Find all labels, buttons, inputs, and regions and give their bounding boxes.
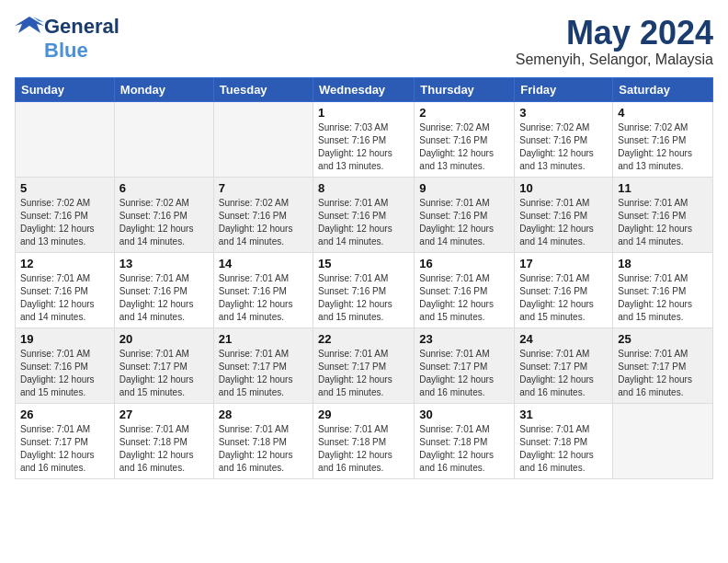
day-number: 8	[318, 181, 409, 195]
day-info: Sunrise: 7:01 AMSunset: 7:16 PMDaylight:…	[618, 197, 708, 248]
day-cell-3: 3Sunrise: 7:02 AMSunset: 7:16 PMDaylight…	[515, 101, 613, 177]
week-row-5: 26Sunrise: 7:01 AMSunset: 7:17 PMDayligh…	[16, 403, 713, 478]
day-cell-13: 13Sunrise: 7:01 AMSunset: 7:16 PMDayligh…	[114, 252, 213, 327]
day-info: Sunrise: 7:01 AMSunset: 7:16 PMDaylight:…	[618, 272, 708, 324]
day-info: Sunrise: 7:01 AMSunset: 7:18 PMDaylight:…	[519, 423, 608, 475]
day-info: Sunrise: 7:02 AMSunset: 7:16 PMDaylight:…	[618, 121, 708, 173]
page-header: General Blue May 2024 Semenyih, Selangor…	[15, 15, 713, 68]
day-info: Sunrise: 7:01 AMSunset: 7:17 PMDaylight:…	[318, 348, 409, 399]
day-info: Sunrise: 7:01 AMSunset: 7:17 PMDaylight:…	[219, 348, 308, 399]
calendar-table: SundayMondayTuesdayWednesdayThursdayFrid…	[15, 77, 713, 479]
empty-cell	[16, 101, 115, 177]
day-info: Sunrise: 7:01 AMSunset: 7:16 PMDaylight:…	[20, 348, 109, 399]
day-info: Sunrise: 7:01 AMSunset: 7:17 PMDaylight:…	[419, 348, 509, 399]
month-title: May 2024	[516, 15, 713, 52]
weekday-header-monday: Monday	[114, 77, 213, 101]
day-info: Sunrise: 7:01 AMSunset: 7:16 PMDaylight:…	[219, 272, 308, 324]
day-number: 9	[419, 181, 509, 195]
day-number: 23	[419, 332, 509, 346]
day-cell-25: 25Sunrise: 7:01 AMSunset: 7:17 PMDayligh…	[613, 327, 713, 403]
day-number: 17	[519, 257, 608, 270]
day-info: Sunrise: 7:01 AMSunset: 7:16 PMDaylight:…	[119, 272, 209, 324]
day-info: Sunrise: 7:01 AMSunset: 7:16 PMDaylight:…	[318, 272, 409, 324]
day-cell-7: 7Sunrise: 7:02 AMSunset: 7:16 PMDaylight…	[213, 177, 313, 252]
week-row-2: 5Sunrise: 7:02 AMSunset: 7:16 PMDaylight…	[16, 177, 713, 252]
weekday-header-wednesday: Wednesday	[313, 77, 415, 101]
day-number: 10	[519, 181, 608, 195]
day-cell-23: 23Sunrise: 7:01 AMSunset: 7:17 PMDayligh…	[415, 327, 515, 403]
day-cell-19: 19Sunrise: 7:01 AMSunset: 7:16 PMDayligh…	[16, 327, 115, 403]
day-number: 28	[219, 408, 308, 421]
empty-cell	[613, 403, 713, 478]
day-info: Sunrise: 7:02 AMSunset: 7:16 PMDaylight:…	[219, 197, 308, 248]
day-cell-22: 22Sunrise: 7:01 AMSunset: 7:17 PMDayligh…	[313, 327, 415, 403]
day-number: 2	[419, 106, 509, 120]
title-area: May 2024 Semenyih, Selangor, Malaysia	[516, 15, 713, 68]
svg-marker-0	[15, 17, 44, 33]
week-row-4: 19Sunrise: 7:01 AMSunset: 7:16 PMDayligh…	[16, 327, 713, 403]
day-number: 21	[219, 332, 308, 346]
day-number: 4	[618, 106, 708, 120]
day-info: Sunrise: 7:01 AMSunset: 7:16 PMDaylight:…	[519, 272, 608, 324]
logo-general: General	[44, 15, 119, 39]
day-cell-2: 2Sunrise: 7:02 AMSunset: 7:16 PMDaylight…	[415, 101, 515, 177]
day-info: Sunrise: 7:02 AMSunset: 7:16 PMDaylight:…	[419, 121, 509, 173]
day-cell-1: 1Sunrise: 7:03 AMSunset: 7:16 PMDaylight…	[313, 101, 415, 177]
day-info: Sunrise: 7:01 AMSunset: 7:16 PMDaylight:…	[20, 272, 109, 324]
day-cell-28: 28Sunrise: 7:01 AMSunset: 7:18 PMDayligh…	[213, 403, 313, 478]
day-info: Sunrise: 7:01 AMSunset: 7:18 PMDaylight:…	[219, 423, 308, 475]
day-info: Sunrise: 7:01 AMSunset: 7:16 PMDaylight:…	[519, 197, 608, 248]
empty-cell	[114, 101, 213, 177]
day-cell-31: 31Sunrise: 7:01 AMSunset: 7:18 PMDayligh…	[515, 403, 613, 478]
day-cell-11: 11Sunrise: 7:01 AMSunset: 7:16 PMDayligh…	[613, 177, 713, 252]
day-info: Sunrise: 7:03 AMSunset: 7:16 PMDaylight:…	[318, 121, 409, 173]
day-cell-26: 26Sunrise: 7:01 AMSunset: 7:17 PMDayligh…	[16, 403, 115, 478]
day-info: Sunrise: 7:01 AMSunset: 7:17 PMDaylight:…	[519, 348, 608, 399]
day-number: 15	[318, 257, 409, 270]
day-cell-29: 29Sunrise: 7:01 AMSunset: 7:18 PMDayligh…	[313, 403, 415, 478]
day-cell-9: 9Sunrise: 7:01 AMSunset: 7:16 PMDaylight…	[415, 177, 515, 252]
day-number: 16	[419, 257, 509, 270]
day-info: Sunrise: 7:01 AMSunset: 7:17 PMDaylight:…	[119, 348, 209, 399]
day-cell-20: 20Sunrise: 7:01 AMSunset: 7:17 PMDayligh…	[114, 327, 213, 403]
day-number: 7	[219, 181, 308, 195]
day-cell-10: 10Sunrise: 7:01 AMSunset: 7:16 PMDayligh…	[515, 177, 613, 252]
logo: General Blue	[15, 15, 119, 63]
day-cell-18: 18Sunrise: 7:01 AMSunset: 7:16 PMDayligh…	[613, 252, 713, 327]
day-info: Sunrise: 7:01 AMSunset: 7:17 PMDaylight:…	[618, 348, 708, 399]
day-number: 24	[519, 332, 608, 346]
day-info: Sunrise: 7:02 AMSunset: 7:16 PMDaylight:…	[20, 197, 109, 248]
day-info: Sunrise: 7:02 AMSunset: 7:16 PMDaylight:…	[119, 197, 209, 248]
day-cell-4: 4Sunrise: 7:02 AMSunset: 7:16 PMDaylight…	[613, 101, 713, 177]
empty-cell	[213, 101, 313, 177]
weekday-header-friday: Friday	[515, 77, 613, 101]
day-cell-30: 30Sunrise: 7:01 AMSunset: 7:18 PMDayligh…	[415, 403, 515, 478]
day-cell-15: 15Sunrise: 7:01 AMSunset: 7:16 PMDayligh…	[313, 252, 415, 327]
day-cell-24: 24Sunrise: 7:01 AMSunset: 7:17 PMDayligh…	[515, 327, 613, 403]
day-number: 13	[119, 257, 209, 270]
day-cell-5: 5Sunrise: 7:02 AMSunset: 7:16 PMDaylight…	[16, 177, 115, 252]
week-row-1: 1Sunrise: 7:03 AMSunset: 7:16 PMDaylight…	[16, 101, 713, 177]
weekday-header-tuesday: Tuesday	[213, 77, 313, 101]
day-info: Sunrise: 7:01 AMSunset: 7:16 PMDaylight:…	[419, 197, 509, 248]
day-number: 14	[219, 257, 308, 270]
weekday-header-saturday: Saturday	[613, 77, 713, 101]
day-number: 26	[20, 408, 109, 421]
day-number: 27	[119, 408, 209, 421]
day-cell-8: 8Sunrise: 7:01 AMSunset: 7:16 PMDaylight…	[313, 177, 415, 252]
day-cell-14: 14Sunrise: 7:01 AMSunset: 7:16 PMDayligh…	[213, 252, 313, 327]
day-info: Sunrise: 7:01 AMSunset: 7:18 PMDaylight:…	[318, 423, 409, 475]
day-number: 1	[318, 106, 409, 120]
location: Semenyih, Selangor, Malaysia	[516, 52, 713, 68]
day-info: Sunrise: 7:02 AMSunset: 7:16 PMDaylight:…	[519, 121, 608, 173]
day-cell-21: 21Sunrise: 7:01 AMSunset: 7:17 PMDayligh…	[213, 327, 313, 403]
weekday-header-thursday: Thursday	[415, 77, 515, 101]
day-number: 11	[618, 181, 708, 195]
day-number: 20	[119, 332, 209, 346]
weekday-header-sunday: Sunday	[16, 77, 115, 101]
day-number: 19	[20, 332, 109, 346]
day-number: 22	[318, 332, 409, 346]
day-info: Sunrise: 7:01 AMSunset: 7:16 PMDaylight:…	[318, 197, 409, 248]
weekday-header-row: SundayMondayTuesdayWednesdayThursdayFrid…	[16, 77, 713, 101]
day-number: 25	[618, 332, 708, 346]
